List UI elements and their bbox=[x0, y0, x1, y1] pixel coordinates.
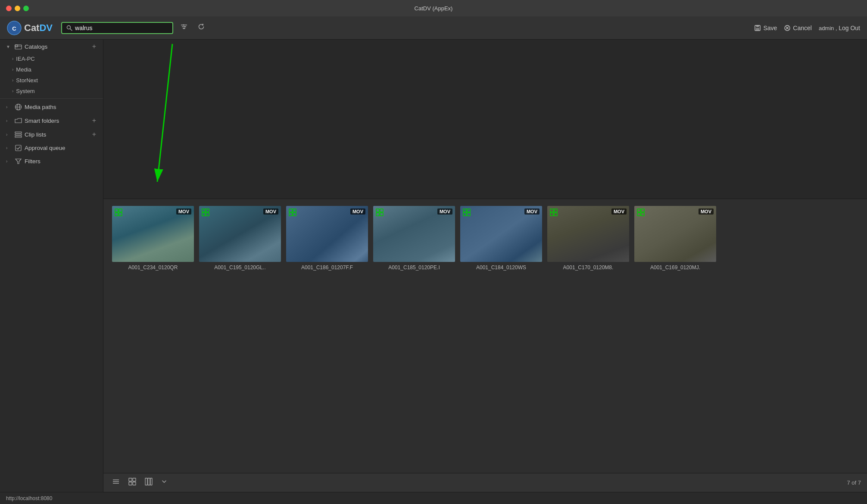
svg-rect-39 bbox=[293, 213, 296, 216]
chevron-down-icon: ▼ bbox=[6, 44, 12, 49]
svg-rect-51 bbox=[554, 213, 557, 216]
annotation-arrow bbox=[103, 40, 867, 199]
filters-label: Filters bbox=[25, 158, 97, 165]
chevron-right-icon: › bbox=[6, 132, 12, 137]
toolbar-actions: Save Cancel admin , Log Out bbox=[754, 25, 860, 31]
media-type-badge: MOV bbox=[176, 208, 191, 215]
list-view-button[interactable] bbox=[109, 476, 122, 489]
chevron-right-icon: › bbox=[6, 159, 12, 164]
clip-lists-icon bbox=[15, 131, 22, 138]
grid-view-button[interactable] bbox=[126, 476, 139, 489]
chevron-right-icon: › bbox=[6, 105, 12, 109]
sidebar-item-filters[interactable]: › Filters bbox=[0, 155, 103, 168]
svg-rect-43 bbox=[380, 213, 383, 216]
cancel-button[interactable]: Cancel bbox=[784, 25, 812, 31]
svg-rect-40 bbox=[376, 209, 379, 212]
clip-name-label: A001_C169_0120MJ. bbox=[634, 264, 716, 271]
svg-rect-11 bbox=[756, 25, 759, 27]
media-paths-label: Media paths bbox=[25, 104, 97, 110]
list-item[interactable]: MOV A001_C185_0120PE.I bbox=[373, 206, 455, 271]
svg-line-3 bbox=[70, 28, 72, 31]
main-area: ▼ Catalogs + › IEA-PC › Media › bbox=[0, 40, 867, 492]
logout-button[interactable]: Log Out bbox=[839, 25, 860, 31]
search-input[interactable] bbox=[75, 25, 168, 31]
svg-rect-54 bbox=[637, 213, 640, 216]
refresh-icon bbox=[197, 23, 205, 31]
svg-rect-41 bbox=[380, 209, 383, 212]
catalog-sub-items: › IEA-PC › Media › StorNext › System bbox=[0, 53, 103, 96]
svg-rect-49 bbox=[554, 209, 557, 212]
catalogs-label: Catalogs bbox=[25, 44, 89, 50]
svg-rect-12 bbox=[756, 28, 759, 30]
list-item[interactable]: MOV A001_C234_0120QR bbox=[112, 206, 194, 271]
grid-icon bbox=[550, 208, 558, 218]
grid-icon bbox=[115, 208, 122, 218]
svg-rect-64 bbox=[148, 478, 150, 485]
cancel-icon bbox=[784, 25, 791, 31]
thumbnail-grid: MOV A001_C234_0120QR bbox=[112, 206, 858, 271]
list-item[interactable]: MOV A001_C184_0120WS bbox=[460, 206, 542, 271]
sidebar-item-catalogs[interactable]: ▼ Catalogs + bbox=[0, 40, 103, 53]
filters-icon bbox=[15, 158, 22, 165]
svg-rect-65 bbox=[150, 478, 152, 485]
list-item[interactable]: MOV A001_C169_0120MJ. bbox=[634, 206, 716, 271]
strip-view-button[interactable] bbox=[142, 476, 155, 489]
save-button[interactable]: Save bbox=[754, 25, 777, 31]
clip-name-label: A001_C185_0120PE.I bbox=[373, 264, 455, 271]
svg-rect-38 bbox=[289, 213, 292, 216]
sidebar-item-approval-queue[interactable]: › Approval queue bbox=[0, 141, 103, 155]
approval-queue-label: Approval queue bbox=[25, 145, 97, 151]
svg-rect-21 bbox=[15, 132, 22, 133]
filter-icon-button[interactable] bbox=[178, 21, 190, 34]
clip-name-label: A001_C184_0120WS bbox=[460, 264, 542, 271]
svg-point-9 bbox=[184, 28, 185, 29]
search-box[interactable] bbox=[61, 22, 173, 34]
content-grid: MOV A001_C234_0120QR bbox=[103, 199, 867, 473]
sidebar-item-system[interactable]: › System bbox=[0, 86, 103, 96]
list-item[interactable]: MOV A001_C195_0120GL.. bbox=[199, 206, 281, 271]
svg-rect-36 bbox=[289, 209, 292, 212]
smart-folders-label: Smart folders bbox=[25, 118, 89, 124]
svg-rect-28 bbox=[115, 209, 118, 212]
svg-point-7 bbox=[183, 25, 184, 26]
refresh-button[interactable] bbox=[195, 21, 208, 34]
svg-rect-24 bbox=[16, 145, 21, 151]
filter-icon bbox=[180, 23, 188, 31]
maximize-button[interactable] bbox=[23, 6, 29, 11]
logout-label: Log Out bbox=[839, 25, 860, 31]
svg-rect-63 bbox=[145, 478, 147, 485]
sidebar-item-iea-pc[interactable]: › IEA-PC bbox=[0, 53, 103, 64]
media-type-badge: MOV bbox=[611, 208, 627, 215]
thumbnail-wrapper: MOV bbox=[373, 206, 455, 262]
save-label: Save bbox=[763, 25, 777, 31]
chevron-right-icon: › bbox=[12, 56, 13, 61]
minimize-button[interactable] bbox=[15, 6, 20, 11]
more-options-button[interactable] bbox=[159, 476, 170, 489]
grid-icon bbox=[376, 208, 384, 218]
logo: C CatDV bbox=[7, 21, 53, 35]
smart-folders-icon bbox=[15, 117, 22, 124]
thumbnail-wrapper: MOV bbox=[112, 206, 194, 262]
chevron-right-icon: › bbox=[12, 67, 13, 72]
preview-area bbox=[103, 40, 867, 199]
list-item[interactable]: MOV A001_C170_0120M8. bbox=[547, 206, 629, 271]
sidebar-item-clip-lists[interactable]: › Clip lists + bbox=[0, 128, 103, 141]
clip-lists-add-button[interactable]: + bbox=[91, 131, 97, 138]
sidebar-item-stornext[interactable]: › StorNext bbox=[0, 75, 103, 86]
approval-queue-icon bbox=[15, 144, 22, 152]
sidebar-item-smart-folders[interactable]: › Smart folders + bbox=[0, 114, 103, 128]
svg-line-27 bbox=[157, 44, 172, 182]
catalogs-add-button[interactable]: + bbox=[91, 43, 97, 50]
svg-rect-45 bbox=[467, 209, 470, 212]
sidebar-item-media[interactable]: › Media bbox=[0, 64, 103, 75]
smart-folders-add-button[interactable]: + bbox=[91, 117, 97, 124]
sidebar-item-media-paths[interactable]: › Media paths bbox=[0, 100, 103, 114]
media-type-badge: MOV bbox=[350, 208, 365, 215]
close-button[interactable] bbox=[6, 6, 12, 11]
content-area: MOV A001_C234_0120QR bbox=[103, 40, 867, 492]
strip-view-icon bbox=[145, 478, 153, 485]
grid-icon bbox=[463, 208, 471, 218]
svg-rect-32 bbox=[202, 209, 205, 212]
list-item[interactable]: MOV A001_C186_01207F.F bbox=[286, 206, 368, 271]
svg-rect-55 bbox=[641, 213, 644, 216]
